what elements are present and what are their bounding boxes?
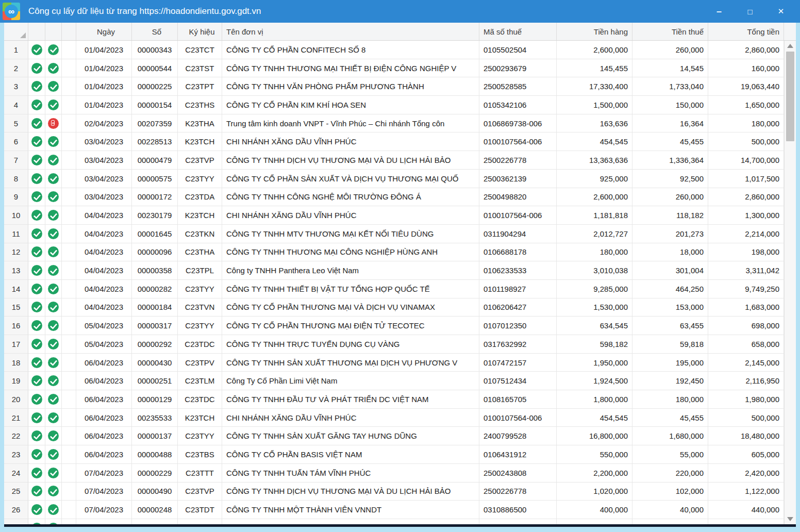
cell-tax-code <box>479 519 557 524</box>
cell-tax-code: 0100107564-006 <box>479 206 557 225</box>
table-row[interactable]: 2 01/04/2023 00000544 C23TST CÔNG TY TNH… <box>4 59 784 78</box>
table-row[interactable]: 10 04/04/2023 00230179 K23TCH CHI NHÁNH … <box>4 206 784 225</box>
close-button[interactable]: ✕ <box>773 0 789 23</box>
row-number: 25 <box>4 483 28 501</box>
cell-tax-amount: 220,000 <box>632 464 708 483</box>
column-header-so[interactable]: Số <box>132 23 178 40</box>
cell-serial: C23TCT <box>178 41 222 59</box>
cell-tax-code: 2500362139 <box>479 170 557 188</box>
cell-goods-amount: 13,363,636 <box>557 151 632 170</box>
column-header-ma-so-thue[interactable]: Mã số thuế <box>479 23 557 40</box>
status-ok-icon <box>48 468 59 478</box>
table-row[interactable]: 11 04/04/2023 00001645 C23TKN CÔNG TY TN… <box>4 225 784 243</box>
table-row[interactable]: 18 06/04/2023 00000430 C23TPV CÔNG TY TN… <box>4 354 784 372</box>
column-header-ten-don-vi[interactable]: Tên đơn vị <box>222 23 479 40</box>
spare-column-header[interactable] <box>62 23 76 40</box>
column-header-tien-thue[interactable]: Tiền thuế <box>632 23 708 40</box>
spare-cell <box>62 280 76 298</box>
cell-company-name: CÔNG TY TNHH SẢN XUẤT THƯƠNG MẠI DỊCH VỤ… <box>222 354 479 372</box>
maximize-button[interactable]: □ <box>742 0 758 23</box>
table-row[interactable]: 1 01/04/2023 00000343 C23TCT CÔNG TY CỔ … <box>4 41 784 59</box>
cell-serial: C23THS <box>178 96 222 114</box>
column-header-tien-hang[interactable]: Tiền hàng <box>557 23 632 40</box>
status-ok-icon <box>31 136 42 147</box>
cell-goods-amount: 1,950,000 <box>557 354 632 372</box>
table-row[interactable]: 19 06/04/2023 00000251 C23TLM Công Ty Cổ… <box>4 372 784 390</box>
scroll-down-icon[interactable] <box>787 517 793 521</box>
row-number: 16 <box>4 317 28 335</box>
cell-company-name <box>222 519 479 524</box>
table-row[interactable]: 7 03/04/2023 00000479 C23TVP CÔNG TY TNH… <box>4 151 784 170</box>
status1-column-header[interactable] <box>28 23 45 40</box>
scrollbar-thumb[interactable] <box>786 52 794 141</box>
column-header-ky-hieu[interactable]: Ký hiệu <box>178 23 222 40</box>
status-ok-icon <box>31 44 42 55</box>
cell-date: 04/04/2023 <box>76 243 132 262</box>
minimize-button[interactable]: – <box>711 0 727 23</box>
cell-tax-code: 0107012350 <box>479 317 557 335</box>
cell-total-amount <box>708 519 784 524</box>
cell-tax-amount: 63,455 <box>632 317 708 335</box>
table-row[interactable]: 6 03/04/2023 00228513 K23TCH CHI NHÁNH X… <box>4 132 784 151</box>
table-row[interactable]: 4 01/04/2023 00000154 C23THS CÔNG TY CỔ … <box>4 96 784 114</box>
table-row[interactable]: 3 01/04/2023 00000225 C23TPT CÔNG TY TNH… <box>4 77 784 96</box>
cell-date: 04/04/2023 <box>76 206 132 225</box>
table-row[interactable]: 20 06/04/2023 00000129 C23TDC CÔNG TY TN… <box>4 390 784 409</box>
row-indicator-header[interactable] <box>4 23 28 40</box>
table-row[interactable]: 25 07/04/2023 00000490 C23TVP CÔNG TY TN… <box>4 483 784 501</box>
cell-serial: C23TPV <box>178 354 222 372</box>
cell-tax-amount: 201,273 <box>632 225 708 243</box>
column-header-tong-tien[interactable]: Tổng tiền <box>708 23 784 40</box>
spare-cell <box>62 243 76 262</box>
status-ok-icon <box>31 449 42 460</box>
cell-date: 03/04/2023 <box>76 188 132 207</box>
cell-goods-amount: 925,000 <box>557 170 632 188</box>
column-header-ngay[interactable]: Ngày <box>76 23 132 40</box>
cell-goods-amount: 2,600,000 <box>557 41 632 59</box>
cell-serial: C23THA <box>178 243 222 262</box>
status-ok-icon <box>31 63 42 74</box>
table-row[interactable]: 15 04/04/2023 00000184 C23TVN CÔNG TY CỔ… <box>4 298 784 317</box>
table-row[interactable]: 24 07/04/2023 00000229 C23TTT CÔNG TY TN… <box>4 464 784 483</box>
table-row[interactable] <box>4 519 784 524</box>
table-row[interactable]: 17 05/04/2023 00000292 C23TDC CÔNG TY TN… <box>4 335 784 354</box>
table-row[interactable]: 9 03/04/2023 00000172 C23TDA CÔNG TY TNH… <box>4 188 784 207</box>
table-row[interactable]: 5 02/04/2023 00207359 K23THA Trung tâm k… <box>4 114 784 133</box>
cell-tax-amount: 1,733,040 <box>632 77 708 96</box>
row-number <box>4 519 28 524</box>
table-row[interactable]: 8 03/04/2023 00000575 C23TYY CÔNG TY CỔ … <box>4 170 784 188</box>
cell-goods-amount: 145,455 <box>557 59 632 78</box>
status-ok-icon <box>48 357 59 368</box>
spare-cell <box>62 445 76 464</box>
status-ok-icon <box>48 302 59 312</box>
table-row[interactable]: 26 07/04/2023 00000248 C23TDT CÔNG TY TN… <box>4 501 784 519</box>
table-row[interactable]: 12 04/04/2023 00000096 C23THA CÔNG TY TN… <box>4 243 784 262</box>
row-number: 1 <box>4 41 28 59</box>
cell-total-amount: 440,000 <box>708 501 784 519</box>
row-number: 17 <box>4 335 28 354</box>
status2-column-header[interactable] <box>45 23 62 40</box>
status-ok-icon <box>31 486 42 496</box>
vertical-scrollbar[interactable] <box>784 41 796 524</box>
table-row[interactable]: 22 06/04/2023 00000137 C23TYY CÔNG TY TN… <box>4 427 784 445</box>
table-row[interactable]: 23 06/04/2023 00000488 C23TBS CÔNG TY CỔ… <box>4 445 784 464</box>
scroll-up-icon[interactable] <box>787 44 793 48</box>
table-row[interactable]: 21 06/04/2023 00235533 K23TCH CHI NHÁNH … <box>4 409 784 427</box>
cell-invoice-number: 00000154 <box>132 96 178 114</box>
cell-goods-amount: 1,530,000 <box>557 298 632 317</box>
status-ok-icon <box>48 155 59 165</box>
cell-total-amount: 9,749,250 <box>708 280 784 298</box>
spare-cell <box>62 77 76 96</box>
cell-serial: C23TBS <box>178 445 222 464</box>
table-row[interactable]: 14 04/04/2023 00000282 C23TYY CÔNG TY TN… <box>4 280 784 298</box>
table-row[interactable]: 13 04/04/2023 00000358 C23TPL Công ty TN… <box>4 261 784 280</box>
cell-company-name: CÔNG TY CỔ PHẦN BASIS VIỆT NAM <box>222 445 479 464</box>
cell-total-amount: 198,000 <box>708 243 784 262</box>
cell-goods-amount: 400,000 <box>557 501 632 519</box>
cell-serial: C23TDA <box>178 188 222 207</box>
table-row[interactable]: 16 05/04/2023 00000317 C23TYY CÔNG TY CỔ… <box>4 317 784 335</box>
status-ok-icon <box>31 284 42 294</box>
cell-company-name: CÔNG TY CỔ PHẦN SẢN XUẤT VÀ DỊCH VỤ THƯƠ… <box>222 170 479 188</box>
cell-tax-amount <box>632 519 708 524</box>
cell-tax-code: 2500226778 <box>479 483 557 501</box>
